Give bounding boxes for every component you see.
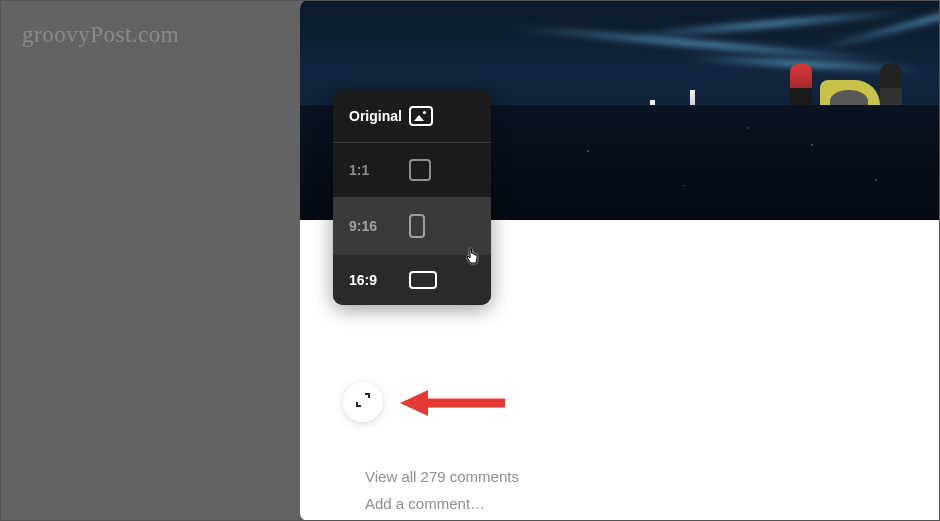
crop-option-label: 16:9 [349,272,409,288]
watermark-text: groovyPost.com [22,22,179,48]
svg-marker-1 [400,390,428,416]
view-all-comments-link[interactable]: View all 279 comments [365,468,940,485]
crop-option-label: Original [349,108,409,124]
image-icon [409,106,433,126]
crop-option-label: 9:16 [349,218,409,234]
landscape-ratio-icon [409,271,437,289]
crop-option-label: 1:1 [349,162,409,178]
crop-aspect-menu: Original 1:1 9:16 16:9 [333,90,491,305]
crop-option-9-16[interactable]: 9:16 [333,198,491,255]
pointer-cursor-icon [465,248,481,270]
expand-icon [355,392,371,412]
square-ratio-icon [409,159,431,181]
crop-option-1-1[interactable]: 1:1 [333,143,491,198]
portrait-ratio-icon [409,214,425,238]
crop-size-button[interactable] [343,382,383,422]
add-comment-input[interactable]: Add a comment… [365,495,940,512]
crop-option-original[interactable]: Original [333,90,491,143]
annotation-arrow-icon [400,388,510,422]
